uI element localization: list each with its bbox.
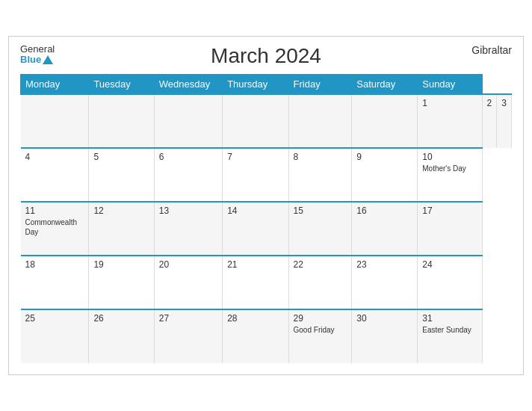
day-cell: 23 (352, 256, 418, 309)
day-cell: 17 (418, 202, 482, 256)
day-cell: 14 (223, 202, 288, 256)
weekday-header-row: Monday Tuesday Wednesday Thursday Friday… (21, 75, 512, 95)
day-number: 12 (93, 206, 149, 216)
day-cell: 15 (288, 202, 352, 256)
day-cell: 3 (497, 94, 512, 148)
day-cell: 21 (223, 256, 288, 309)
day-number: 11 (25, 206, 84, 216)
holiday-label: Mother's Day (422, 164, 477, 173)
day-cell: 30 (352, 309, 418, 363)
calendar-title: March 2024 (211, 44, 321, 68)
day-cell: 24 (418, 256, 482, 309)
day-number: 2 (487, 98, 492, 108)
day-number: 5 (93, 152, 149, 162)
header-saturday: Saturday (352, 75, 418, 95)
day-number: 19 (93, 259, 149, 270)
day-cell: 1 (418, 94, 482, 148)
day-number: 22 (294, 259, 347, 270)
day-number: 10 (422, 152, 477, 162)
logo-triangle-icon (43, 55, 53, 64)
day-number: 25 (25, 313, 84, 324)
day-number: 3 (501, 98, 507, 108)
day-number: 13 (159, 206, 217, 216)
day-cell: 12 (89, 202, 154, 256)
day-cell (288, 94, 352, 148)
day-cell: 4 (21, 148, 89, 202)
day-number: 31 (422, 313, 477, 324)
day-cell: 28 (223, 309, 288, 363)
day-number: 17 (422, 206, 477, 216)
header-friday: Friday (288, 75, 352, 95)
day-number: 7 (227, 152, 283, 162)
calendar-container: General Blue March 2024 Gibraltar Monday… (8, 36, 524, 375)
day-number: 14 (227, 206, 283, 216)
day-cell: 18 (21, 256, 89, 309)
header-wednesday: Wednesday (154, 75, 222, 95)
day-number: 26 (93, 313, 149, 324)
day-cell: 6 (154, 148, 222, 202)
region-label: Gibraltar (471, 44, 512, 56)
logo-general-text: General (20, 44, 55, 55)
day-number: 24 (422, 259, 477, 270)
day-number: 29 (294, 313, 347, 324)
day-number: 9 (356, 152, 412, 162)
day-cell: 31Easter Sunday (418, 309, 482, 363)
logo-blue-text: Blue (20, 55, 55, 65)
day-cell: 7 (223, 148, 288, 202)
day-number: 1 (422, 98, 477, 108)
week-row-2: 45678910Mother's Day (21, 148, 512, 202)
day-number: 23 (356, 259, 412, 270)
empty-cell (21, 94, 89, 148)
week-row-5: 2526272829Good Friday3031Easter Sunday (21, 309, 512, 363)
day-cell: 20 (154, 256, 222, 309)
day-cell: 26 (89, 309, 154, 363)
week-row-3: 11Commonwealth Day121314151617 (21, 202, 512, 256)
header-monday: Monday (21, 75, 89, 95)
day-number: 30 (356, 313, 412, 324)
day-cell: 13 (154, 202, 222, 256)
empty-cell (154, 94, 222, 148)
day-cell: 29Good Friday (288, 309, 352, 363)
day-cell (352, 94, 418, 148)
holiday-label: Easter Sunday (422, 325, 477, 335)
day-number: 28 (227, 313, 283, 324)
day-number: 27 (159, 313, 217, 324)
empty-cell (89, 94, 154, 148)
calendar-table: Monday Tuesday Wednesday Thursday Friday… (20, 74, 512, 363)
day-number: 21 (227, 259, 283, 270)
day-cell: 8 (288, 148, 352, 202)
calendar-header: General Blue March 2024 Gibraltar (20, 44, 512, 68)
day-number: 4 (25, 152, 84, 162)
day-cell: 22 (288, 256, 352, 309)
header-sunday: Sunday (418, 75, 482, 95)
day-cell: 25 (21, 309, 89, 363)
day-number: 20 (159, 259, 217, 270)
day-cell: 5 (89, 148, 154, 202)
day-cell: 27 (154, 309, 222, 363)
day-cell: 16 (352, 202, 418, 256)
day-cell: 10Mother's Day (418, 148, 482, 202)
day-cell: 19 (89, 256, 154, 309)
day-number: 8 (294, 152, 347, 162)
day-number: 16 (356, 206, 412, 216)
logo: General Blue (20, 44, 55, 66)
day-number: 15 (294, 206, 347, 216)
header-tuesday: Tuesday (89, 75, 154, 95)
day-number: 18 (25, 259, 84, 270)
holiday-label: Good Friday (294, 325, 347, 335)
day-cell (223, 94, 288, 148)
day-cell: 9 (352, 148, 418, 202)
day-cell: 2 (482, 94, 497, 148)
week-row-1: 123 (21, 94, 512, 148)
header-thursday: Thursday (223, 75, 288, 95)
holiday-label: Commonwealth Day (25, 217, 84, 237)
day-cell: 11Commonwealth Day (21, 202, 89, 256)
day-number: 6 (159, 152, 217, 162)
week-row-4: 18192021222324 (21, 256, 512, 309)
